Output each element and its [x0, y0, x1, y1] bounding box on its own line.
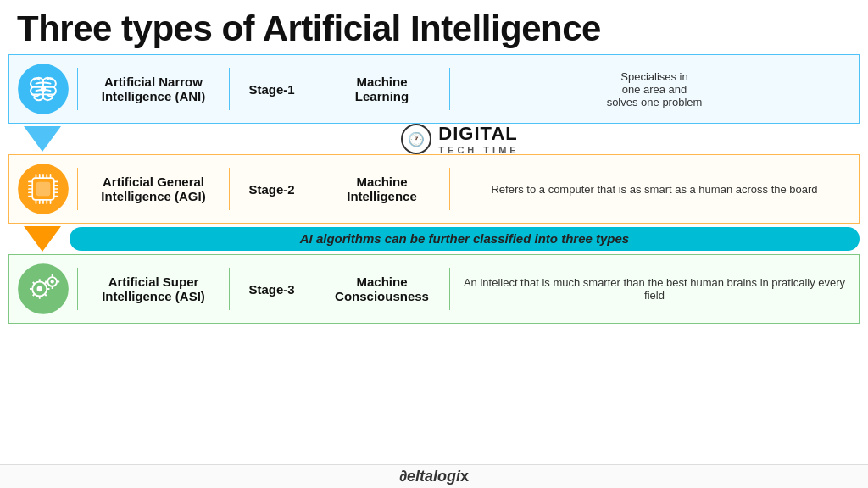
svg-point-30 [37, 286, 42, 291]
svg-point-4 [41, 86, 46, 92]
asi-stage: Stage-3 [230, 275, 314, 303]
orange-arrow [24, 226, 61, 252]
brand-text: DIGITAL TECH TIME [438, 123, 519, 155]
table-section: Artificial NarrowIntelligence (ANI) Stag… [0, 54, 868, 464]
agi-desc: Refers to a computer that is as smart as… [450, 176, 859, 202]
ani-icon-cell [9, 55, 77, 123]
svg-point-28 [18, 263, 69, 314]
blue-arrow [24, 126, 61, 152]
svg-rect-27 [37, 183, 50, 196]
classifier-text: AI algorithms can be further classified … [300, 231, 629, 246]
clock-icon: 🕐 [401, 124, 431, 154]
footer-logo: ∂eltalogix [399, 468, 469, 485]
circuit-orange-icon [16, 162, 70, 216]
ani-row: Artificial NarrowIntelligence (ANI) Stag… [8, 54, 860, 124]
brand-logo: 🕐 DIGITAL TECH TIME [401, 123, 519, 155]
asi-desc: An intellect that is much smarter than t… [450, 269, 859, 308]
classifier-text-box: AI algorithms can be further classified … [70, 227, 860, 251]
svg-point-40 [51, 280, 54, 283]
agi-name: Artificial GeneralIntelligence (AGI) [77, 168, 230, 210]
page-wrapper: Three types of Artificial Intelligence [0, 0, 868, 488]
footer: ∂eltalogix [0, 464, 868, 488]
brand-main-text: DIGITAL [438, 123, 517, 145]
gears-green-icon [16, 262, 70, 316]
ani-stage: Stage-1 [230, 75, 314, 103]
classifier-banner: AI algorithms can be further classified … [8, 224, 860, 254]
ani-type: MachineLearning [314, 68, 450, 110]
page-title: Three types of Artificial Intelligence [0, 0, 868, 54]
brand-sub-text: TECH TIME [438, 145, 519, 155]
ani-name: Artificial NarrowIntelligence (ANI) [77, 68, 230, 110]
agi-icon-cell [9, 155, 77, 223]
asi-row: Artificial SuperIntelligence (ASI) Stage… [8, 254, 860, 324]
brain-blue-icon [16, 62, 70, 116]
asi-name: Artificial SuperIntelligence (ASI) [77, 268, 230, 310]
agi-row: Artificial GeneralIntelligence (AGI) Sta… [8, 154, 860, 224]
agi-type: MachineIntelligence [314, 168, 450, 210]
asi-icon-cell [9, 255, 77, 323]
brand-divider: 🕐 DIGITAL TECH TIME [8, 124, 860, 154]
agi-stage: Stage-2 [230, 175, 314, 203]
asi-type: MachineConsciousness [314, 268, 450, 310]
ani-desc: Specialises inone area andsolves one pro… [450, 64, 859, 115]
